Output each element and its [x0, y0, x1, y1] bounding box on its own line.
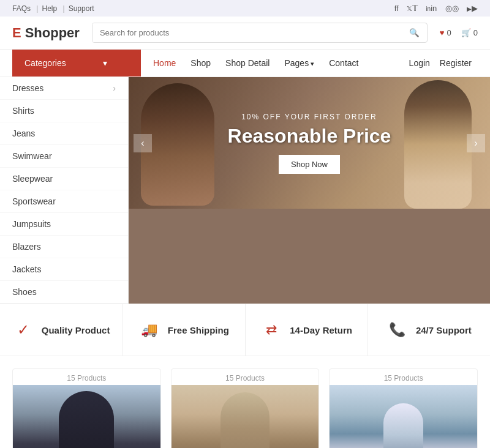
nav-shop-detail[interactable]: Shop Detail	[225, 58, 270, 68]
twitter-icon[interactable]: 𝕋	[407, 4, 418, 13]
categories-label: Categories	[24, 58, 66, 68]
cart-count: 0	[473, 28, 478, 37]
nav-auth: Login Register	[409, 58, 478, 68]
hero-text: 10% OFF YOUR FIRST ORDER Reasonable Pric…	[228, 113, 391, 174]
sidebar-item-swimwear[interactable]: Swimwear	[0, 145, 128, 168]
logo-name: Shopper	[25, 25, 80, 41]
search-button[interactable]: 🔍	[402, 23, 427, 42]
baby-silhouette	[383, 403, 423, 448]
nav-shop[interactable]: Shop	[190, 58, 211, 68]
wishlist-count: 0	[447, 28, 451, 37]
feature-quality-label: Quality Product	[42, 325, 110, 335]
instagram-icon[interactable]: ◎	[445, 4, 459, 13]
header: E Shopper 🔍 ♥ 0 🛒 0	[0, 17, 490, 50]
nav-pages[interactable]: Pages	[284, 58, 314, 68]
sidebar-item-jumpsuits[interactable]: Jumpsuits	[0, 213, 128, 236]
logo-letter: E	[12, 25, 21, 41]
login-link[interactable]: Login	[409, 58, 430, 68]
hero-person-left	[141, 83, 214, 206]
category-count-baby: 15 Products	[330, 369, 477, 385]
topbar-faqs[interactable]: FAQs	[12, 4, 31, 13]
logo[interactable]: E Shopper	[12, 25, 80, 41]
sidebar-item-jeans[interactable]: Jeans	[0, 122, 128, 145]
nav-links: Home Shop Shop Detail Pages Contact	[141, 50, 409, 77]
women-silhouette	[221, 392, 270, 448]
top-bar-links: FAQs Help Support	[12, 4, 98, 13]
facebook-icon[interactable]: f	[394, 4, 399, 13]
hero-next-button[interactable]: ›	[467, 134, 485, 152]
hero-title: Reasonable Price	[228, 125, 391, 147]
features-bar: ✓ Quality Product 🚚 Free Shipping ⇄ 14-D…	[0, 304, 490, 356]
chevron-down-icon: ▾	[103, 58, 107, 68]
cart-button[interactable]: 🛒 0	[461, 28, 478, 37]
hero-person-right	[404, 80, 472, 209]
category-image-women	[172, 385, 319, 448]
men-silhouette	[59, 391, 114, 448]
search-bar: 🔍	[92, 23, 428, 43]
feature-support-label: 24/7 Support	[416, 325, 472, 335]
sidebar-item-sportswear[interactable]: Sportswear	[0, 190, 128, 213]
check-icon: ✓	[12, 319, 34, 341]
category-card-baby[interactable]: 15 Products Baby's dresses	[329, 368, 478, 448]
hero-subtitle: 10% OFF YOUR FIRST ORDER	[228, 113, 391, 121]
linkedin-icon[interactable]: in	[426, 4, 437, 13]
topbar-help[interactable]: Help	[36, 4, 57, 13]
sidebar-item-shirts[interactable]: Shirts	[0, 100, 128, 122]
sidebar: Dresses Shirts Jeans Swimwear Sleepwear …	[0, 77, 129, 304]
top-bar: FAQs Help Support f 𝕋 in ◎ ▶	[0, 0, 490, 17]
feature-return-label: 14-Day Return	[290, 325, 352, 335]
cart-icon: 🛒	[461, 28, 471, 37]
feature-quality: ✓ Quality Product	[0, 304, 123, 356]
header-icons: ♥ 0 🛒 0	[440, 28, 478, 37]
category-image-men	[13, 385, 160, 448]
category-count-women: 15 Products	[172, 369, 319, 385]
sidebar-item-blazers[interactable]: Blazers	[0, 236, 128, 258]
hero-cta-button[interactable]: Shop Now	[279, 155, 340, 174]
category-card-men[interactable]: 15 Products Men's dresses	[12, 368, 161, 448]
main-content: Dresses Shirts Jeans Swimwear Sleepwear …	[0, 77, 490, 304]
social-icons: f 𝕋 in ◎ ▶	[388, 4, 478, 13]
sidebar-item-sleepwear[interactable]: Sleepwear	[0, 168, 128, 190]
feature-return: ⇄ 14-Day Return	[246, 304, 368, 356]
categories-section: 15 Products Men's dresses 15 Products Wo…	[0, 356, 490, 448]
wishlist-button[interactable]: ♥ 0	[440, 28, 451, 37]
feature-support: 📞 24/7 Support	[368, 304, 490, 356]
phone-icon: 📞	[386, 319, 409, 341]
hero-slider: ‹ 10% OFF YOUR FIRST ORDER Reasonable Pr…	[129, 77, 490, 304]
categories-grid: 15 Products Men's dresses 15 Products Wo…	[12, 368, 478, 448]
register-link[interactable]: Register	[440, 58, 472, 68]
return-icon: ⇄	[260, 319, 282, 341]
hero-background: ‹ 10% OFF YOUR FIRST ORDER Reasonable Pr…	[129, 77, 490, 209]
search-icon: 🔍	[409, 28, 420, 37]
search-input[interactable]	[92, 23, 402, 42]
category-count-men: 15 Products	[13, 369, 160, 385]
youtube-icon[interactable]: ▶	[467, 4, 478, 13]
categories-button[interactable]: Categories ▾	[12, 50, 141, 77]
category-card-women[interactable]: 15 Products Women's dresses	[171, 368, 320, 448]
sidebar-item-shoes[interactable]: Shoes	[0, 281, 128, 304]
sidebar-item-dresses[interactable]: Dresses	[0, 77, 128, 100]
nav-home[interactable]: Home	[153, 58, 176, 68]
truck-icon: 🚚	[138, 319, 160, 341]
category-image-baby	[330, 385, 477, 448]
nav-bar: Categories ▾ Home Shop Shop Detail Pages…	[0, 50, 490, 77]
topbar-support[interactable]: Support	[63, 4, 94, 13]
heart-icon: ♥	[440, 28, 445, 37]
feature-shipping-label: Free Shipping	[168, 325, 229, 335]
hero-prev-button[interactable]: ‹	[134, 134, 152, 152]
nav-contact[interactable]: Contact	[329, 58, 358, 68]
feature-shipping: 🚚 Free Shipping	[123, 304, 245, 356]
sidebar-item-jackets[interactable]: Jackets	[0, 258, 128, 281]
